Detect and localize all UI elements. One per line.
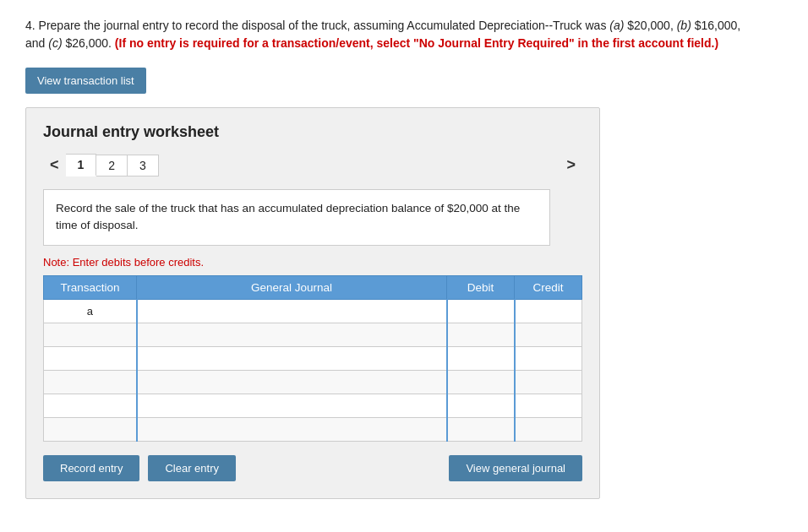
- row-1-credit-input[interactable]: [516, 300, 582, 323]
- col-header-credit: Credit: [515, 275, 582, 299]
- clear-entry-button[interactable]: Clear entry: [148, 455, 236, 481]
- tab-3[interactable]: 3: [128, 155, 159, 176]
- row-6-credit-input[interactable]: [516, 418, 582, 441]
- table-row: [44, 394, 582, 417]
- view-general-journal-button[interactable]: View general journal: [449, 455, 582, 481]
- row-6-debit-input[interactable]: [448, 418, 514, 441]
- row-2-debit-input[interactable]: [448, 323, 514, 346]
- row-5-credit-input[interactable]: [516, 394, 582, 417]
- table-row: [44, 417, 582, 441]
- note-text: Note: Enter debits before credits.: [43, 256, 582, 269]
- worksheet-container: Journal entry worksheet < 1 2 3 > Record…: [25, 107, 600, 499]
- row-2-general-journal-cell[interactable]: [137, 323, 447, 346]
- row-5-general-journal-cell[interactable]: [137, 394, 447, 417]
- question-text: 4. Prepare the journal entry to record t…: [25, 17, 752, 52]
- action-buttons: Record entry Clear entry View general jo…: [43, 455, 582, 481]
- row-5-debit-input[interactable]: [448, 394, 514, 417]
- row-5-general-journal-input[interactable]: [138, 394, 446, 417]
- view-transaction-list-button[interactable]: View transaction list: [25, 68, 146, 94]
- row-4-credit-cell[interactable]: [515, 370, 582, 394]
- row-2-debit-cell[interactable]: [447, 323, 515, 346]
- row-2-credit-input[interactable]: [516, 323, 582, 346]
- row-1-debit-cell[interactable]: [447, 299, 515, 323]
- row-4-credit-input[interactable]: [516, 371, 582, 394]
- row-6-general-journal-input[interactable]: [138, 418, 446, 441]
- row-6-credit-cell[interactable]: [515, 417, 582, 441]
- row-5-debit-cell[interactable]: [447, 394, 515, 417]
- tab-1[interactable]: 1: [66, 154, 97, 176]
- row-3-general-journal-input[interactable]: [138, 347, 446, 370]
- row-4-debit-input[interactable]: [448, 371, 514, 394]
- table-row: [44, 370, 582, 394]
- table-row: a: [44, 299, 582, 323]
- row-1-transaction: a: [44, 299, 137, 323]
- instruction-text: Record the sale of the truck that has an…: [56, 202, 520, 231]
- instruction-box: Record the sale of the truck that has an…: [43, 189, 550, 246]
- row-4-transaction: [44, 370, 137, 394]
- tab-nav-right-arrow[interactable]: >: [560, 153, 582, 177]
- row-3-transaction: [44, 346, 137, 370]
- record-entry-button[interactable]: Record entry: [43, 455, 139, 481]
- row-1-general-journal-cell[interactable]: [137, 299, 447, 323]
- col-header-general-journal: General Journal: [137, 275, 447, 299]
- tab-navigation: < 1 2 3 >: [43, 153, 582, 177]
- row-2-transaction: [44, 323, 137, 346]
- row-3-debit-cell[interactable]: [447, 346, 515, 370]
- row-6-general-journal-cell[interactable]: [137, 417, 447, 441]
- row-1-general-journal-input[interactable]: [138, 300, 446, 323]
- tab-2[interactable]: 2: [96, 155, 128, 176]
- question-instruction: (If no entry is required for a transacti…: [115, 36, 718, 50]
- row-4-debit-cell[interactable]: [447, 370, 515, 394]
- journal-table: Transaction General Journal Debit Credit…: [43, 275, 582, 442]
- table-row: [44, 346, 582, 370]
- row-2-general-journal-input[interactable]: [138, 323, 446, 346]
- table-row: [44, 323, 582, 346]
- row-1-credit-cell[interactable]: [515, 299, 582, 323]
- row-1-debit-input[interactable]: [448, 300, 514, 323]
- question-number: 4.: [25, 19, 35, 32]
- row-5-credit-cell[interactable]: [515, 394, 582, 417]
- row-4-general-journal-input[interactable]: [138, 371, 446, 394]
- tab-nav-left-arrow[interactable]: <: [43, 153, 66, 177]
- row-6-transaction: [44, 417, 137, 441]
- row-4-general-journal-cell[interactable]: [137, 370, 447, 394]
- worksheet-title: Journal entry worksheet: [43, 123, 582, 141]
- row-2-credit-cell[interactable]: [515, 323, 582, 346]
- row-3-credit-input[interactable]: [516, 347, 582, 370]
- row-5-transaction: [44, 394, 137, 417]
- col-header-debit: Debit: [447, 275, 515, 299]
- row-3-debit-input[interactable]: [448, 347, 514, 370]
- row-6-debit-cell[interactable]: [447, 417, 515, 441]
- row-3-general-journal-cell[interactable]: [137, 346, 447, 370]
- question-body: Prepare the journal entry to record the …: [25, 19, 740, 50]
- row-3-credit-cell[interactable]: [515, 346, 582, 370]
- col-header-transaction: Transaction: [44, 275, 137, 299]
